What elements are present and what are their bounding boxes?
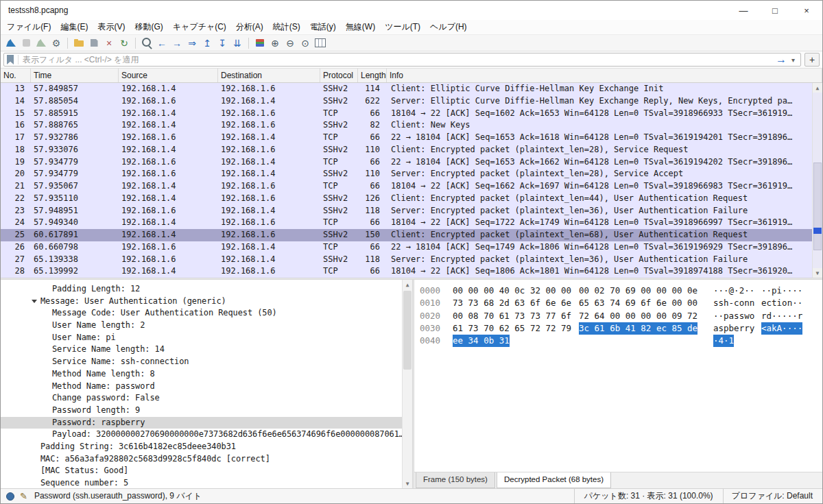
hex-bytes-right[interactable]: 65 63 74 69 6f 6e 00 00 bbox=[579, 297, 700, 309]
hex-bytes-text[interactable]: 00 02 70 69 00 00 00 0e bbox=[579, 285, 697, 297]
hex-row[interactable]: 002000 08 70 61 73 73 77 6f72 64 00 00 0… bbox=[420, 310, 822, 322]
menu-tools[interactable]: ツール(T) bbox=[380, 20, 425, 34]
go-last-icon[interactable]: ↧ bbox=[215, 36, 229, 50]
close-button[interactable]: × bbox=[791, 1, 822, 20]
menu-go[interactable]: 移動(G) bbox=[130, 20, 167, 34]
add-filter-button[interactable]: + bbox=[804, 53, 820, 67]
hex-ascii-text[interactable]: ··pi···· bbox=[761, 285, 802, 297]
hex-bytes-left[interactable]: 00 08 70 61 73 73 77 6f bbox=[453, 310, 573, 322]
column-header-destination[interactable]: Destination bbox=[218, 69, 320, 82]
menu-view[interactable]: 表示(V) bbox=[93, 20, 130, 34]
detail-row[interactable]: User Name: pi bbox=[1, 332, 402, 344]
packet-row[interactable]: 24 57.949340 192.168.1.4 192.168.1.6 TCP… bbox=[1, 217, 822, 229]
hex-bytes-text[interactable]: 00 00 00 40 0c 32 00 00 bbox=[453, 285, 571, 297]
detail-row[interactable]: [MAC Status: Good] bbox=[1, 465, 402, 477]
detail-row[interactable]: Message Code: User Authentication Reques… bbox=[1, 307, 402, 320]
go-forward-icon[interactable]: → bbox=[170, 36, 184, 50]
restart-capture-icon[interactable] bbox=[34, 36, 48, 50]
packet-row[interactable]: 17 57.932786 192.168.1.6 192.168.1.4 TCP… bbox=[1, 132, 822, 144]
hex-ascii-left[interactable]: aspberry bbox=[713, 322, 757, 335]
packet-row[interactable]: 14 57.885054 192.168.1.6 192.168.1.4 SSH… bbox=[1, 95, 822, 108]
scrollbar-thumb[interactable] bbox=[403, 291, 412, 370]
hex-row[interactable]: 000000 00 00 40 0c 32 00 0000 02 70 69 0… bbox=[420, 285, 822, 297]
detail-row[interactable]: Change password: False bbox=[1, 392, 402, 405]
hex-bytes-text[interactable]: 73 73 68 2d 63 6f 6e 6e bbox=[453, 297, 571, 309]
hex-ascii-left[interactable]: ··passwo bbox=[713, 310, 757, 322]
hex-row[interactable]: 003061 73 70 62 65 72 72 793c 61 6b 41 8… bbox=[420, 322, 822, 335]
menu-file[interactable]: ファイル(F) bbox=[2, 20, 56, 34]
column-header-length[interactable]: Length bbox=[358, 69, 387, 82]
maximize-button[interactable]: □ bbox=[759, 1, 791, 20]
packet-row[interactable]: 18 57.933076 192.168.1.4 192.168.1.6 SSH… bbox=[1, 144, 822, 156]
detail-row[interactable]: Service Name length: 14 bbox=[1, 344, 402, 356]
apply-filter-icon[interactable]: → bbox=[774, 53, 789, 66]
packet-row[interactable]: 21 57.935067 192.168.1.4 192.168.1.6 TCP… bbox=[1, 180, 822, 193]
hex-bytes-right[interactable]: 3c 61 6b 41 82 ec 85 de bbox=[579, 322, 700, 335]
hex-row[interactable]: 0040ee 34 0b 31·4·1 bbox=[420, 335, 822, 347]
scrollbar-thumb[interactable] bbox=[813, 163, 822, 250]
scroll-up-icon[interactable]: ▲ bbox=[403, 280, 412, 289]
go-to-packet-icon[interactable]: ⇒ bbox=[185, 36, 199, 50]
hex-ascii-text[interactable]: ection·· bbox=[761, 297, 802, 309]
minimize-button[interactable]: — bbox=[728, 1, 759, 20]
hex-ascii-right[interactable]: <akA···· bbox=[761, 322, 805, 335]
close-file-icon[interactable]: × bbox=[102, 36, 116, 50]
detail-row[interactable]: Password: raspberry bbox=[1, 417, 402, 429]
hex-ascii-right[interactable] bbox=[761, 335, 805, 347]
hex-ascii-text[interactable]: <akA···· bbox=[761, 322, 802, 335]
packet-row[interactable]: 16 57.888765 192.168.1.4 192.168.1.6 SSH… bbox=[1, 119, 822, 132]
packet-row[interactable]: 27 65.139338 192.168.1.6 192.168.1.4 SSH… bbox=[1, 254, 822, 266]
packet-row[interactable]: 26 60.660798 192.168.1.6 192.168.1.4 TCP… bbox=[1, 241, 822, 254]
hex-ascii-right[interactable]: ection·· bbox=[761, 297, 805, 309]
reload-file-icon[interactable]: ↻ bbox=[117, 36, 131, 50]
display-filter-input[interactable]: 表示フィルタ ... <Ctrl-/> を適用 → ▾ bbox=[3, 53, 801, 67]
detail-scrollbar[interactable]: ▲ ▼ bbox=[402, 280, 412, 488]
menu-statistics[interactable]: 統計(S) bbox=[268, 20, 305, 34]
column-header-info[interactable]: Info bbox=[387, 69, 822, 82]
go-back-icon[interactable]: ← bbox=[155, 36, 169, 50]
detail-row[interactable]: Sequence number: 5 bbox=[1, 477, 402, 488]
hex-bytes-right[interactable] bbox=[579, 335, 700, 347]
open-file-icon[interactable] bbox=[72, 36, 86, 50]
detail-row[interactable]: User Name length: 2 bbox=[1, 320, 402, 332]
packet-row[interactable]: 25 60.617891 192.168.1.4 192.168.1.6 SSH… bbox=[1, 229, 822, 241]
detail-row[interactable]: MAC: a56a3afa928802c5683d9928c5f840dc [c… bbox=[1, 453, 402, 466]
menu-edit[interactable]: 編集(E) bbox=[56, 20, 93, 34]
hex-bytes-right[interactable]: 00 02 70 69 00 00 00 0e bbox=[579, 285, 700, 297]
menu-wireless[interactable]: 無線(W) bbox=[341, 20, 380, 34]
detail-row[interactable]: Method Name: password bbox=[1, 381, 402, 393]
status-profile[interactable]: プロファイル: Default bbox=[723, 489, 822, 503]
hex-bytes-text[interactable]: 72 64 00 00 00 00 09 72 bbox=[579, 310, 697, 322]
packet-row[interactable]: 19 57.934779 192.168.1.6 192.168.1.4 TCP… bbox=[1, 156, 822, 169]
hex-bytes-text[interactable]: 61 73 70 62 65 72 72 79 bbox=[453, 322, 571, 335]
filter-dropdown-icon[interactable]: ▾ bbox=[789, 56, 798, 64]
find-packet-icon[interactable] bbox=[140, 36, 154, 50]
hex-bytes-text[interactable]: ee 34 0b 31 bbox=[453, 335, 510, 347]
filter-bookmark-icon[interactable] bbox=[7, 55, 14, 64]
hex-ascii-text[interactable]: rd·····r bbox=[761, 310, 802, 322]
menu-telephony[interactable]: 電話(y) bbox=[305, 20, 341, 34]
column-header-no[interactable]: No. bbox=[1, 69, 31, 82]
scroll-down-icon[interactable]: ▼ bbox=[403, 479, 412, 488]
menu-capture[interactable]: キャプチャ(C) bbox=[168, 20, 231, 34]
hex-ascii-right[interactable]: rd·····r bbox=[761, 310, 805, 322]
packet-row[interactable]: 13 57.849857 192.168.1.4 192.168.1.6 SSH… bbox=[1, 83, 822, 95]
zoom-reset-icon[interactable]: ⊙ bbox=[298, 36, 312, 50]
packet-row[interactable]: 23 57.948951 192.168.1.6 192.168.1.4 SSH… bbox=[1, 205, 822, 217]
resize-columns-icon[interactable] bbox=[313, 36, 327, 50]
hex-ascii-left[interactable]: ·4·1 bbox=[713, 335, 757, 347]
zoom-out-icon[interactable]: ⊖ bbox=[283, 36, 297, 50]
zoom-in-icon[interactable]: ⊕ bbox=[268, 36, 282, 50]
hex-bytes-left[interactable]: ee 34 0b 31 bbox=[453, 335, 573, 347]
detail-row[interactable]: Message: User Authentication (generic) bbox=[1, 296, 402, 308]
colorize-icon[interactable] bbox=[253, 36, 267, 50]
scroll-up-icon[interactable]: ▲ bbox=[813, 83, 822, 93]
capture-options-icon[interactable]: ⚙ bbox=[49, 36, 63, 50]
detail-row[interactable]: Padding Length: 12 bbox=[1, 283, 402, 296]
column-header-protocol[interactable]: Protocol bbox=[320, 69, 358, 82]
hex-bytes-text[interactable]: 3c 61 6b 41 82 ec 85 de bbox=[579, 322, 697, 335]
auto-scroll-icon[interactable]: ⇊ bbox=[230, 36, 244, 50]
expert-info-icon[interactable] bbox=[6, 492, 14, 501]
column-header-time[interactable]: Time bbox=[31, 69, 119, 82]
capture-comment-icon[interactable]: ✎ bbox=[20, 491, 27, 501]
